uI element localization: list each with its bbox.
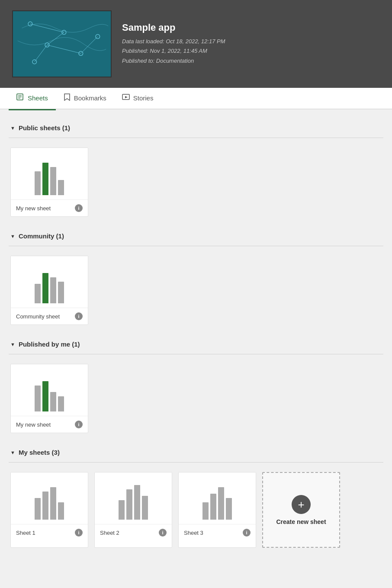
chevron-icon: ▼ (10, 125, 15, 131)
card-footer-sheet-2: Sheet 2i (95, 524, 172, 541)
info-icon[interactable]: i (75, 204, 83, 212)
section-divider (9, 246, 383, 246)
info-icon[interactable]: i (243, 529, 251, 537)
app-thumbnail[interactable] (12, 10, 112, 77)
card-thumb-sheet-1 (11, 472, 88, 524)
mini-chart-my-new-sheet-public (29, 161, 70, 195)
bar-3 (58, 180, 64, 195)
card-community-sheet[interactable]: Community sheeti (10, 256, 88, 325)
bookmarks-icon (64, 93, 71, 103)
app-header: Sample app Data last loaded: Oct 18, 202… (0, 0, 392, 88)
bar-3 (58, 282, 64, 303)
section-header-my-sheets[interactable]: ▼My sheets (3) (9, 444, 383, 460)
bar-0 (35, 498, 41, 520)
section-label: Published by me (1) (19, 341, 80, 348)
tab-stories-label: Stories (133, 94, 154, 102)
card-my-new-sheet-public[interactable]: My new sheeti (10, 148, 88, 217)
bar-3 (226, 498, 232, 520)
section-divider (9, 138, 383, 138)
section-label: Public sheets (1) (19, 124, 70, 132)
bar-0 (35, 284, 41, 303)
cards-grid-public-sheets: My new sheeti (9, 144, 383, 224)
chevron-icon: ▼ (10, 342, 15, 347)
bar-1 (42, 492, 48, 520)
bar-0 (202, 502, 209, 520)
section-public-sheets: ▼Public sheets (1)My new sheeti (9, 120, 383, 224)
card-label: Community sheet (16, 313, 60, 320)
card-sheet-3[interactable]: Sheet 3i (178, 472, 256, 548)
card-thumb-sheet-3 (179, 472, 256, 524)
card-thumb-my-new-sheet-public (11, 148, 88, 200)
card-footer-my-new-sheet-public: My new sheeti (11, 200, 88, 216)
data-loaded: Data last loaded: Oct 18, 2022, 12:17 PM (122, 37, 225, 46)
mini-chart-sheet-1 (29, 485, 70, 520)
bar-1 (42, 163, 48, 195)
section-published-by-me: ▼Published by me (1)My new sheeti (9, 336, 383, 440)
info-icon[interactable]: i (75, 312, 83, 320)
card-label: My new sheet (16, 205, 51, 212)
svg-rect-0 (13, 11, 110, 77)
bar-1 (126, 489, 132, 520)
mini-chart-my-new-sheet-pub (29, 377, 70, 411)
info-icon[interactable]: i (75, 421, 83, 428)
stories-icon (122, 93, 130, 103)
section-my-sheets: ▼My sheets (3)Sheet 1iSheet 2iSheet 3i +… (9, 444, 383, 555)
bar-3 (58, 502, 64, 520)
mini-chart-sheet-3 (196, 485, 238, 520)
card-thumb-my-new-sheet-pub (11, 364, 88, 416)
app-title: Sample app (122, 22, 225, 33)
cards-grid-published-by-me: My new sheeti (9, 360, 383, 440)
bar-2 (134, 485, 140, 520)
info-icon[interactable]: i (75, 529, 83, 537)
bar-0 (119, 500, 125, 520)
bar-1 (210, 494, 216, 520)
card-sheet-1[interactable]: Sheet 1i (10, 472, 88, 548)
create-new-sheet-button[interactable]: + Create new sheet (262, 472, 340, 548)
tab-sheets[interactable]: Sheets (9, 87, 56, 110)
bar-3 (142, 496, 148, 520)
section-divider (9, 354, 383, 354)
mini-chart-community-sheet (29, 269, 70, 303)
card-my-new-sheet-pub[interactable]: My new sheeti (10, 364, 88, 433)
chevron-icon: ▼ (10, 234, 15, 239)
card-label: Sheet 3 (184, 530, 203, 536)
svg-marker-17 (125, 96, 128, 98)
cards-grid-my-sheets: Sheet 1iSheet 2iSheet 3i + Create new sh… (9, 469, 383, 555)
card-thumb-community-sheet (11, 256, 88, 308)
section-header-published-by-me[interactable]: ▼Published by me (1) (9, 336, 383, 352)
app-meta: Sample app Data last loaded: Oct 18, 202… (122, 22, 225, 65)
content-area: ▼Public sheets (1)My new sheeti▼Communit… (0, 109, 392, 569)
bar-3 (58, 396, 64, 411)
section-header-community[interactable]: ▼Community (1) (9, 228, 383, 244)
create-new-sheet-label: Create new sheet (276, 518, 326, 525)
bar-1 (42, 273, 48, 303)
bar-2 (218, 487, 224, 520)
published-to: Published to: Documentation (122, 56, 225, 66)
bar-2 (50, 167, 56, 195)
section-label: My sheets (3) (19, 449, 60, 456)
mini-chart-sheet-2 (112, 485, 154, 520)
plus-circle-icon: + (292, 495, 311, 514)
card-footer-community-sheet: Community sheeti (11, 308, 88, 325)
chevron-icon: ▼ (10, 450, 15, 455)
tab-bookmarks[interactable]: Bookmarks (56, 87, 114, 110)
card-footer-my-new-sheet-pub: My new sheeti (11, 416, 88, 433)
bar-2 (50, 487, 56, 520)
card-label: My new sheet (16, 421, 51, 428)
section-header-public-sheets[interactable]: ▼Public sheets (1) (9, 120, 383, 136)
card-footer-sheet-1: Sheet 1i (11, 524, 88, 541)
tab-sheets-label: Sheets (28, 94, 48, 102)
info-icon[interactable]: i (159, 529, 167, 537)
section-community: ▼Community (1)Community sheeti (9, 228, 383, 332)
card-sheet-2[interactable]: Sheet 2i (94, 472, 172, 548)
tab-stories[interactable]: Stories (114, 87, 161, 110)
card-thumb-sheet-2 (95, 472, 172, 524)
bar-0 (35, 171, 41, 195)
cards-grid-community: Community sheeti (9, 252, 383, 332)
card-label: Sheet 2 (100, 530, 119, 536)
bar-2 (50, 277, 56, 303)
bar-0 (35, 386, 41, 411)
bar-1 (42, 381, 48, 411)
bar-2 (50, 392, 56, 411)
published-date: Published: Nov 1, 2022, 11:45 AM (122, 46, 225, 56)
